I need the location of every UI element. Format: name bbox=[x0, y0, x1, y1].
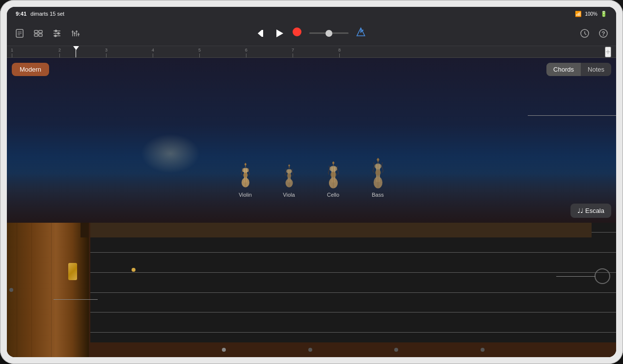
string-6 bbox=[90, 332, 616, 333]
cello-label: Cello bbox=[327, 192, 339, 198]
instruments-row: Violin bbox=[238, 158, 385, 198]
ruler-marker-8: 8 bbox=[338, 48, 341, 57]
instrument-violin[interactable]: Violin bbox=[238, 163, 253, 198]
orchestra-section: Modern Chords Notes bbox=[7, 58, 616, 223]
wood-grain-2 bbox=[31, 223, 32, 358]
svg-line-31 bbox=[585, 33, 586, 35]
ruler-markers: 1 2 3 4 5 6 7 bbox=[7, 46, 616, 57]
tempo-slider[interactable] bbox=[309, 32, 349, 34]
top-dark-bar bbox=[81, 223, 89, 237]
svg-marker-24 bbox=[276, 29, 283, 37]
style-button[interactable]: Modern bbox=[12, 63, 49, 76]
stage-spotlight bbox=[141, 134, 200, 173]
callout-line-upper bbox=[528, 115, 616, 116]
ruler-marker-7: 7 bbox=[292, 48, 294, 57]
status-bar: 9:41 dimarts 15 set 📶 100% 🔋 bbox=[7, 7, 616, 21]
string-5 bbox=[90, 312, 616, 312]
ruler-marker-5: 5 bbox=[198, 48, 201, 57]
viola-label: Viola bbox=[283, 192, 295, 198]
record-button[interactable] bbox=[292, 26, 302, 40]
wifi-icon: 📶 bbox=[575, 11, 582, 17]
clock-button[interactable] bbox=[578, 26, 592, 40]
track-view-button[interactable] bbox=[31, 26, 45, 40]
escala-button[interactable]: ♩♩ Escala bbox=[570, 204, 611, 218]
strings-header bbox=[90, 223, 592, 237]
svg-point-11 bbox=[55, 29, 57, 32]
eq-button[interactable] bbox=[69, 26, 82, 40]
svg-point-40 bbox=[244, 163, 246, 165]
battery-text: 100% bbox=[585, 11, 597, 17]
violin-label: Violin bbox=[239, 192, 252, 198]
scroll-dot-4 bbox=[481, 348, 485, 352]
svg-rect-6 bbox=[34, 34, 38, 36]
svg-point-13 bbox=[54, 34, 57, 37]
mixer-button[interactable] bbox=[50, 26, 64, 40]
ruler-marker-2: 2 bbox=[58, 48, 61, 57]
add-track-button[interactable]: + bbox=[605, 47, 611, 57]
bass-label: Bass bbox=[372, 192, 383, 198]
toolbar-center bbox=[213, 26, 409, 40]
timeline-ruler[interactable]: 1 2 3 4 5 6 7 bbox=[7, 46, 616, 58]
ruler-marker-6: 6 bbox=[245, 48, 247, 57]
chords-notes-controls: Chords Notes bbox=[546, 63, 611, 76]
scroll-dot-3 bbox=[394, 348, 398, 352]
instrument-wooden-body bbox=[7, 223, 90, 358]
playhead-indicator bbox=[73, 46, 79, 50]
strings-section[interactable] bbox=[7, 223, 616, 358]
ipad-screen: 9:41 dimarts 15 set 📶 100% 🔋 bbox=[7, 7, 616, 357]
play-button[interactable] bbox=[274, 28, 285, 39]
main-content: Modern Chords Notes bbox=[7, 58, 616, 357]
string-3 bbox=[90, 272, 616, 273]
new-project-button[interactable] bbox=[13, 26, 27, 40]
help-button[interactable]: ? bbox=[596, 26, 610, 40]
svg-point-12 bbox=[57, 32, 60, 34]
svg-point-47 bbox=[288, 165, 290, 167]
instrument-bass[interactable]: Bass bbox=[371, 158, 385, 198]
bass-figure bbox=[371, 158, 385, 190]
wood-grain-3 bbox=[51, 223, 52, 358]
svg-rect-4 bbox=[34, 30, 38, 33]
battery-icon: 🔋 bbox=[600, 11, 607, 17]
toolbar-right: ? bbox=[414, 26, 610, 40]
left-dot bbox=[9, 288, 13, 292]
string-4 bbox=[90, 292, 616, 293]
svg-point-54 bbox=[332, 162, 334, 164]
ruler-marker-3: 3 bbox=[105, 48, 108, 57]
status-date: dimarts 15 set bbox=[30, 11, 64, 17]
ipad-frame: 9:41 dimarts 15 set 📶 100% 🔋 bbox=[0, 0, 623, 364]
notes-button[interactable]: Notes bbox=[581, 63, 611, 76]
wood-grain-1 bbox=[17, 223, 17, 358]
callout-line-lower bbox=[556, 276, 596, 277]
toolbar: ? bbox=[7, 21, 616, 46]
instrument-cello[interactable]: Cello bbox=[325, 161, 341, 198]
svg-marker-22 bbox=[258, 30, 262, 37]
ruler-marker-1: 1 bbox=[11, 48, 13, 57]
scroll-dot-1 bbox=[222, 348, 226, 352]
chords-button[interactable]: Chords bbox=[546, 63, 581, 76]
cello-figure bbox=[325, 161, 341, 190]
playhead bbox=[76, 46, 76, 57]
svg-rect-23 bbox=[262, 30, 263, 37]
rewind-button[interactable] bbox=[256, 28, 267, 39]
metronome-button[interactable] bbox=[355, 26, 366, 40]
strings-area[interactable] bbox=[90, 223, 616, 343]
viola-figure bbox=[282, 164, 296, 190]
svg-text:?: ? bbox=[601, 30, 605, 37]
svg-rect-7 bbox=[39, 34, 42, 36]
instrument-viola[interactable]: Viola bbox=[282, 164, 296, 198]
svg-point-25 bbox=[293, 27, 301, 36]
svg-rect-5 bbox=[39, 30, 42, 33]
callout-line-left bbox=[54, 299, 98, 300]
svg-point-61 bbox=[377, 158, 379, 161]
hardware-piece-1 bbox=[68, 263, 77, 280]
home-button[interactable] bbox=[595, 268, 610, 284]
ruler-marker-4: 4 bbox=[152, 48, 154, 57]
violin-figure bbox=[238, 163, 253, 190]
status-time: 9:41 bbox=[16, 11, 27, 17]
status-icons: 📶 100% 🔋 bbox=[575, 11, 607, 17]
scroll-dot-2 bbox=[308, 348, 312, 352]
scroll-dots bbox=[90, 342, 616, 357]
string-2 bbox=[90, 252, 616, 253]
toolbar-left bbox=[13, 26, 209, 40]
